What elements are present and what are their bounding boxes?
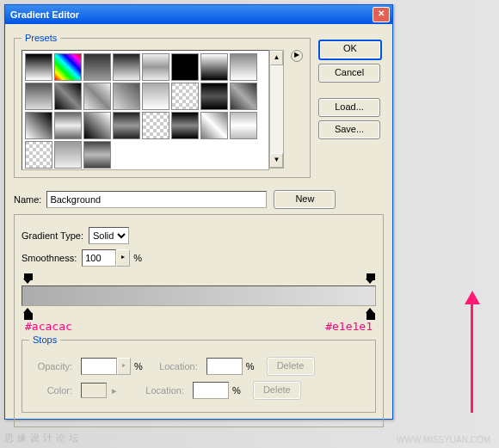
smoothness-input[interactable] — [82, 249, 116, 267]
hex-left-annotation: #acacac — [25, 320, 72, 333]
hex-right-annotation: #e1e1e1 — [325, 320, 373, 333]
preset-swatch[interactable] — [113, 83, 140, 110]
color-stop-left[interactable] — [23, 308, 32, 318]
gradient-type-label: Gradient Type: — [22, 230, 83, 241]
titlebar[interactable]: Gradient Editor ✕ — [5, 5, 392, 24]
watermark: 思缘设计论坛 — [4, 432, 82, 445]
scroll-track[interactable] — [270, 65, 283, 153]
preset-swatch[interactable] — [142, 83, 169, 110]
preset-scrollbar[interactable]: ▲ ▼ — [269, 50, 284, 169]
delete-opacity-stop-button: Delete — [267, 357, 315, 376]
ok-button[interactable]: OK — [318, 40, 382, 60]
gradient-editor-dialog: Gradient Editor ✕ Presets ▲ ▼ ▶ OK Cance… — [4, 4, 393, 420]
preset-swatch[interactable] — [54, 112, 82, 139]
preset-swatch[interactable] — [83, 53, 111, 81]
preset-menu-icon[interactable]: ▶ — [291, 50, 303, 62]
scroll-down-button[interactable]: ▼ — [270, 153, 283, 168]
preset-swatch[interactable] — [25, 53, 52, 81]
percent-label: % — [232, 385, 241, 396]
load-button[interactable]: Load... — [318, 98, 380, 117]
preset-swatch[interactable] — [25, 83, 52, 110]
opacity-label: Opacity: — [29, 361, 72, 371]
preset-swatch[interactable] — [171, 112, 199, 139]
color-well — [81, 383, 107, 398]
watermark-url: WWW.MISSYUAN.COM — [397, 435, 490, 445]
stops-legend: Stops — [29, 334, 60, 345]
name-input[interactable] — [46, 191, 267, 208]
percent-label: % — [134, 361, 143, 371]
color-label: Color: — [29, 385, 72, 396]
color-dropdown-icon: ▸ — [112, 385, 117, 396]
preset-swatch[interactable] — [54, 83, 82, 110]
preset-swatch[interactable] — [113, 112, 140, 139]
preset-swatch[interactable] — [83, 83, 111, 110]
opacity-dropdown-icon: ▸ — [117, 358, 131, 375]
smoothness-label: Smoothness: — [22, 253, 77, 263]
preset-swatch[interactable] — [54, 53, 82, 81]
location-label: Location: — [141, 385, 184, 396]
save-button[interactable]: Save... — [318, 120, 380, 139]
preset-swatch[interactable] — [83, 141, 111, 169]
opacity-stop-right[interactable] — [366, 273, 374, 284]
color-stop-right[interactable] — [366, 308, 374, 318]
delete-color-stop-button: Delete — [253, 381, 301, 400]
preset-swatch[interactable] — [54, 141, 82, 169]
preset-swatch[interactable] — [25, 141, 52, 169]
preset-swatch[interactable] — [25, 112, 52, 139]
annotation-arrow — [471, 301, 473, 413]
location-label: Location: — [155, 361, 198, 371]
gradient-type-select[interactable]: Solid — [89, 227, 129, 244]
close-button[interactable]: ✕ — [373, 7, 390, 22]
gradient-bar[interactable] — [22, 285, 376, 306]
preset-swatch[interactable] — [171, 53, 199, 81]
scroll-up-button[interactable]: ▲ — [270, 51, 283, 65]
preset-swatch[interactable] — [200, 112, 228, 139]
opacity-input — [81, 358, 117, 375]
preset-swatch[interactable] — [83, 112, 111, 139]
window-title: Gradient Editor — [8, 9, 373, 20]
cancel-button[interactable]: Cancel — [318, 64, 380, 83]
opacity-location-input — [206, 358, 243, 375]
preset-swatch[interactable] — [200, 53, 228, 81]
preset-swatch[interactable] — [200, 83, 228, 110]
gradient-settings-fieldset: Gradient Type: Solid Smoothness: ▸ % — [14, 214, 384, 427]
presets-legend: Presets — [22, 33, 60, 43]
preset-swatch[interactable] — [113, 53, 140, 81]
preset-swatch[interactable] — [142, 53, 169, 81]
new-button[interactable]: New — [274, 190, 336, 209]
preset-swatch[interactable] — [230, 112, 257, 139]
preset-swatch[interactable] — [230, 53, 257, 81]
percent-label: % — [246, 361, 255, 371]
preset-swatch[interactable] — [142, 112, 169, 139]
smoothness-dropdown-icon[interactable]: ▸ — [116, 249, 130, 267]
opacity-stop-left[interactable] — [23, 273, 32, 284]
color-location-input — [193, 382, 229, 399]
preset-swatch[interactable] — [171, 83, 199, 110]
stops-fieldset: Stops Opacity: ▸ % Location: % Delete Co… — [22, 334, 376, 413]
presets-fieldset: Presets ▲ ▼ ▶ — [14, 33, 311, 178]
preset-swatches[interactable] — [22, 50, 269, 170]
percent-label: % — [133, 253, 142, 263]
preset-swatch[interactable] — [230, 83, 257, 110]
name-label: Name: — [14, 194, 41, 205]
